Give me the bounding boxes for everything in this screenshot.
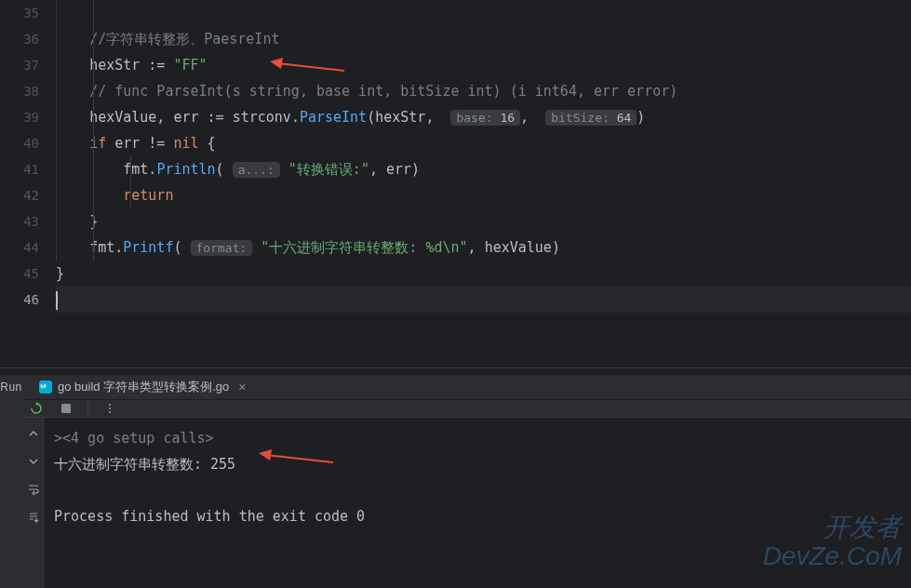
folded-region-label[interactable]: <4 go setup calls> [62,430,214,447]
text-cursor [56,291,58,310]
go-file-icon [39,381,52,394]
line-number: 42 [0,182,39,208]
panel-divider[interactable] [0,368,911,375]
code-content[interactable]: //字符串转整形、PaesreInt hexStr := "FF" // fun… [56,0,911,368]
line-number: 43 [0,208,39,234]
code-line: if err != nil { [56,130,911,156]
down-icon[interactable] [25,453,42,470]
line-number: 41 [0,156,39,182]
code-line: return [56,182,911,208]
code-line: fmt.Printf( format: "十六进制字符串转整数: %d\n", … [56,234,911,261]
run-tab-label: go build 字符串类型转换案例.go [58,379,229,395]
parameter-hint: format: [191,240,253,256]
run-tabs-bar: go build 字符串类型转换案例.go × [22,375,911,400]
svg-point-5 [109,408,111,409]
line-number: 35 [0,0,39,26]
line-number: 39 [0,104,39,130]
code-line: } [56,261,911,287]
line-number: 37 [0,52,39,78]
more-icon[interactable] [101,400,118,417]
close-icon[interactable]: × [238,380,246,394]
scroll-to-end-icon[interactable] [25,509,42,526]
parameter-hint: a...: [233,162,280,178]
fold-indicator[interactable]: > [54,430,62,447]
code-line: hexStr := "FF" [56,52,911,78]
line-number: 44 [0,234,39,261]
console-output[interactable]: ><4 go setup calls> 十六进制字符串转整数: 255 Proc… [45,418,911,588]
code-line: fmt.Println( a...: "转换错误:", err) [56,156,911,182]
run-toolbar [22,400,911,418]
run-tab[interactable]: go build 字符串类型转换案例.go × [32,375,253,399]
line-number: 45 [0,261,39,287]
rerun-icon[interactable] [28,400,45,417]
up-icon[interactable] [25,425,42,442]
svg-point-4 [109,404,111,406]
svg-line-7 [266,455,333,462]
svg-marker-8 [259,449,272,461]
code-line: //字符串转整形、PaesreInt [56,26,911,52]
code-line: // func ParseInt(s string, base int, bit… [56,78,911,104]
console-left-toolbar [22,418,45,588]
line-number: 40 [0,130,39,156]
code-editor[interactable]: 35 36 37 38 39 40 41 42 43 44 45 46 //字符… [0,0,911,368]
code-line: hexValue, err := strconv.ParseInt(hexStr… [56,104,911,130]
stop-icon[interactable] [58,400,74,417]
wrap-icon[interactable] [25,481,42,498]
annotation-arrow-icon [259,449,333,468]
run-tool-label[interactable]: Run [0,381,22,394]
parameter-hint: base: 16 [450,110,520,126]
code-line-active [56,287,911,313]
line-number: 46 [0,287,39,313]
run-panel: Run go build 字符串类型转换案例.go × [0,375,911,588]
toolbar-divider [87,400,88,417]
line-number: 36 [0,26,39,52]
parameter-hint: bitSize: 64 [545,110,636,126]
tool-window-bar: Run [0,375,22,588]
exit-line: Process finished with the exit code 0 [54,508,365,525]
line-number-gutter: 35 36 37 38 39 40 41 42 43 44 45 46 [0,0,56,368]
code-line: } [56,208,911,234]
output-line: 十六进制字符串转整数: 255 [54,456,235,473]
code-line [56,0,911,26]
svg-point-6 [109,411,111,413]
svg-rect-3 [61,404,71,413]
line-number: 38 [0,78,39,104]
